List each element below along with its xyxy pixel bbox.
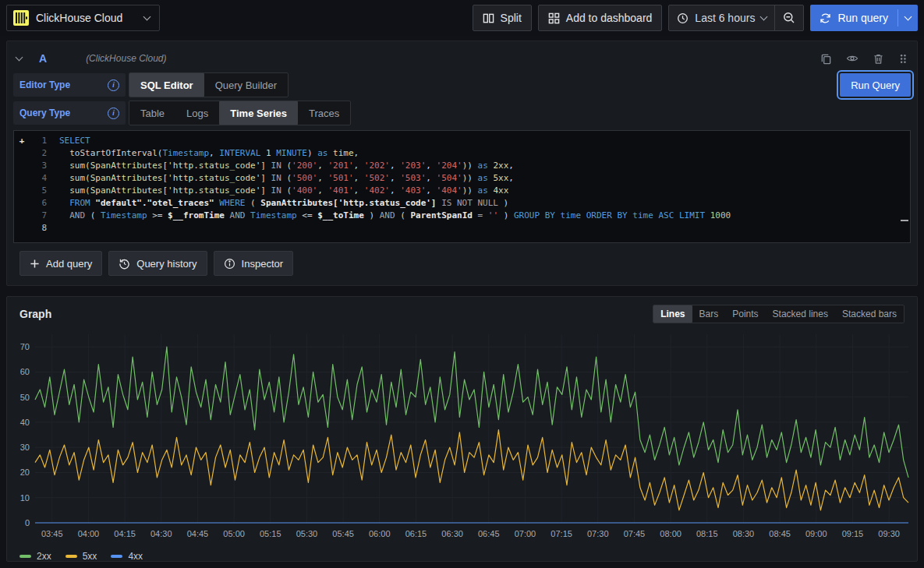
remove-query-icon[interactable]: [873, 53, 884, 65]
query-datasource-hint: (ClickHouse Cloud): [86, 53, 166, 64]
query-type-option-time-series[interactable]: Time Series: [219, 101, 298, 125]
sql-line-4: 4 sum(SpanAttributes['http.status_code']…: [14, 172, 910, 185]
hide-response-icon[interactable]: [846, 52, 859, 65]
query-type-option-logs[interactable]: Logs: [175, 101, 219, 125]
info-icon[interactable]: i: [108, 79, 119, 91]
chevron-down-icon: [760, 12, 768, 20]
editor-type-label: Editor Type: [19, 79, 70, 90]
legend-label: 2xx: [37, 551, 51, 562]
editor-type-option-sql-editor[interactable]: SQL Editor: [129, 73, 204, 97]
run-query-inline-button[interactable]: Run Query: [840, 73, 911, 97]
sql-code-text: sum(SpanAttributes['http.status_code'] I…: [59, 185, 508, 197]
line-number: 3: [30, 160, 47, 172]
run-query-label: Run query: [837, 12, 888, 24]
svg-text:04:00: 04:00: [78, 529, 100, 538]
overview-ruler-cursor: [901, 220, 908, 221]
query-type-chip: Query Type i: [13, 101, 126, 125]
graph-style-option-stacked-bars[interactable]: Stacked bars: [835, 305, 904, 323]
info-icon[interactable]: i: [108, 108, 119, 119]
graph-style-option-lines[interactable]: Lines: [653, 305, 692, 323]
glyph-margin: [14, 185, 30, 197]
add-to-dashboard-button[interactable]: Add to dashboard: [538, 5, 663, 31]
explore-toolbar: ClickHouse Cloud Split Add to dashboard: [0, 0, 924, 36]
legend-label: 4xx: [128, 551, 143, 562]
sql-line-7: 7 AND ( Timestamp >= $__fromTime AND Tim…: [14, 210, 910, 222]
graph-panel: Graph LinesBarsPointsStacked linesStacke…: [6, 296, 918, 562]
legend-item-2xx[interactable]: 2xx: [19, 551, 51, 562]
svg-text:06:30: 06:30: [441, 529, 463, 538]
duplicate-query-icon[interactable]: [820, 53, 832, 65]
svg-text:0: 0: [25, 518, 30, 527]
time-range-label: Last 6 hours: [695, 12, 755, 24]
zoom-out-button[interactable]: [775, 5, 803, 30]
sql-code-editor[interactable]: +1SELECT2 toStartOfInterval(Timestamp, I…: [13, 130, 911, 243]
legend-swatch: [111, 555, 122, 558]
legend-item-5xx[interactable]: 5xx: [65, 551, 97, 562]
sql-line-5: 5 sum(SpanAttributes['http.status_code']…: [14, 185, 910, 197]
line-number: 6: [30, 197, 47, 210]
graph-style-option-stacked-lines[interactable]: Stacked lines: [766, 305, 835, 323]
run-query-options-button[interactable]: [898, 5, 918, 31]
query-type-option-traces[interactable]: Traces: [298, 101, 350, 125]
svg-text:09:30: 09:30: [878, 529, 900, 538]
svg-text:07:45: 07:45: [624, 529, 646, 538]
editor-type-option-query-builder[interactable]: Query Builder: [204, 73, 288, 97]
svg-text:08:00: 08:00: [660, 529, 681, 538]
split-label: Split: [501, 12, 522, 24]
sql-code-text: AND ( Timestamp >= $__fromTime AND Times…: [59, 210, 731, 222]
drag-handle-icon[interactable]: [898, 53, 908, 65]
time-range-button[interactable]: Last 6 hours: [669, 5, 774, 30]
add-query-label: Add query: [46, 258, 92, 270]
glyph-margin-plus-icon[interactable]: +: [14, 135, 30, 147]
svg-text:08:45: 08:45: [769, 529, 791, 538]
chart-canvas: 01020304050607003:4504:0004:1504:3004:45…: [13, 326, 912, 548]
query-type-radio-group: TableLogsTime SeriesTraces: [129, 101, 351, 125]
inspector-button[interactable]: Inspector: [214, 251, 293, 276]
sql-line-2: 2 toStartOfInterval(Timestamp, INTERVAL …: [14, 147, 910, 160]
datasource-name: ClickHouse Cloud: [36, 12, 122, 24]
clickhouse-logo-icon: [13, 10, 29, 26]
svg-text:07:00: 07:00: [515, 529, 536, 538]
datasource-picker[interactable]: ClickHouse Cloud: [6, 5, 160, 31]
sql-code-text: FROM "default"."otel_traces" WHERE ( Spa…: [59, 197, 508, 210]
add-query-button[interactable]: Add query: [19, 251, 102, 276]
glyph-margin: [14, 147, 30, 160]
time-series-chart[interactable]: 01020304050607003:4504:0004:1504:3004:45…: [13, 326, 911, 548]
line-number: 8: [30, 222, 47, 235]
sql-line-3: 3 sum(SpanAttributes['http.status_code']…: [14, 160, 910, 172]
svg-text:07:15: 07:15: [551, 529, 572, 538]
graph-style-option-points[interactable]: Points: [725, 305, 765, 323]
sql-code-text: sum(SpanAttributes['http.status_code'] I…: [59, 172, 514, 185]
line-number: 1: [30, 135, 47, 147]
query-history-label: Query history: [136, 258, 196, 270]
query-type-row: Query Type i TableLogsTime SeriesTraces: [13, 101, 911, 125]
svg-text:06:45: 06:45: [478, 529, 500, 538]
graph-style-option-bars[interactable]: Bars: [692, 305, 726, 323]
glyph-margin: [14, 222, 30, 235]
clock-icon: [677, 12, 689, 24]
sql-line-1: +1SELECT: [14, 135, 910, 147]
glyph-margin: [14, 210, 30, 222]
series-line-2xx: [35, 347, 908, 478]
editor-type-radio-group: SQL EditorQuery Builder: [129, 72, 289, 97]
line-number: 4: [30, 172, 47, 185]
svg-text:05:00: 05:00: [223, 529, 245, 538]
query-ref-id: A: [39, 52, 47, 65]
glyph-margin: [14, 172, 30, 185]
svg-text:09:15: 09:15: [842, 529, 864, 538]
chevron-down-icon: [905, 12, 912, 20]
query-history-button[interactable]: Query history: [108, 251, 207, 276]
editor-type-chip: Editor Type i: [13, 73, 126, 97]
svg-text:40: 40: [20, 418, 30, 427]
split-panes-icon: [483, 12, 494, 24]
series-line-5xx: [35, 430, 908, 510]
query-type-option-table[interactable]: Table: [129, 101, 175, 125]
split-button[interactable]: Split: [473, 5, 532, 31]
sql-line-8: 8: [14, 222, 910, 235]
sql-code-text: toStartOfInterval(Timestamp, INTERVAL 1 …: [59, 147, 359, 160]
legend-item-4xx[interactable]: 4xx: [111, 551, 143, 562]
run-query-button[interactable]: Run query: [810, 5, 897, 31]
collapse-query-icon[interactable]: [16, 53, 23, 61]
svg-text:05:15: 05:15: [260, 529, 281, 538]
svg-text:30: 30: [20, 443, 30, 452]
